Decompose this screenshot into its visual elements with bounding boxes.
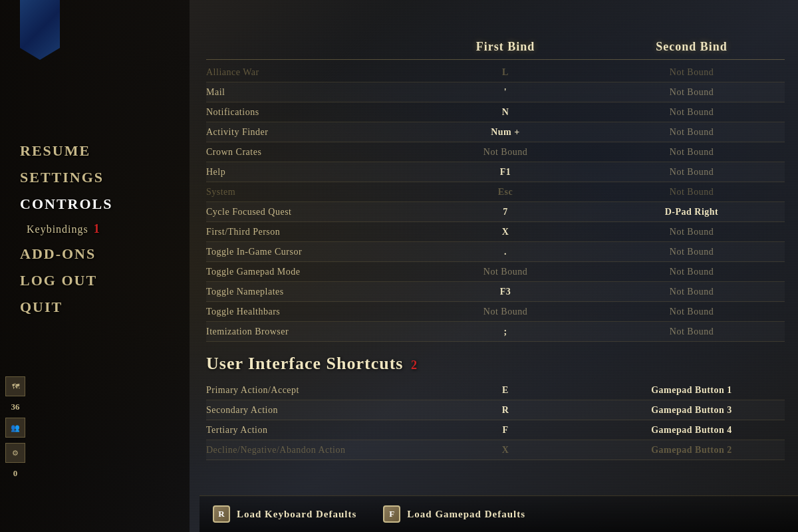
action-name: Activity Finder xyxy=(206,124,412,140)
group-icon[interactable]: 👥 xyxy=(5,418,25,438)
first-bind-value[interactable]: Esc xyxy=(412,187,598,198)
bottom-bar: R Load Keyboard Defaults F Load Gamepad … xyxy=(200,495,798,532)
nav-menu: RESUME SETTINGS CONTROLS Keybindings 1 A… xyxy=(20,140,112,319)
action-name: System xyxy=(206,184,412,200)
sidebar-item-resume[interactable]: RESUME xyxy=(20,140,112,162)
load-keyboard-defaults-button[interactable]: R Load Keyboard Defaults xyxy=(213,505,356,523)
first-bind-value[interactable]: R xyxy=(412,405,598,416)
misc-icon[interactable]: ⚙ xyxy=(5,443,25,463)
second-bind-value[interactable]: Gamepad Button 4 xyxy=(598,425,785,436)
keybind-row[interactable]: Help F1 Not Bound xyxy=(206,162,785,182)
second-bind-value[interactable]: Not Bound xyxy=(598,147,785,158)
second-bind-value[interactable]: Gamepad Button 3 xyxy=(598,405,785,416)
keybind-row[interactable]: System Esc Not Bound xyxy=(206,182,785,202)
action-name: Toggle In-Game Cursor xyxy=(206,244,412,260)
first-bind-value[interactable]: Not Bound xyxy=(412,147,598,158)
keybind-row[interactable]: Crown Crates Not Bound Not Bound xyxy=(206,142,785,162)
map-icon[interactable]: 🗺 xyxy=(5,376,25,396)
keybind-row[interactable]: Toggle Healthbars Not Bound Not Bound xyxy=(206,302,785,322)
action-name: First/Third Person xyxy=(206,224,412,240)
second-bind-value[interactable]: Not Bound xyxy=(598,227,785,237)
second-bind-value[interactable]: Not Bound xyxy=(598,307,785,317)
action-name: Tertiary Action xyxy=(206,422,412,438)
second-bind-value[interactable]: Not Bound xyxy=(598,67,785,78)
keybind-row[interactable]: Toggle Nameplates F3 Not Bound xyxy=(206,282,785,302)
second-bind-value[interactable]: Not Bound xyxy=(598,187,785,198)
sidebar-item-controls[interactable]: CONTROLS xyxy=(20,193,112,215)
sidebar-item-settings[interactable]: SETTINGS xyxy=(20,166,112,189)
first-bind-value[interactable]: ; xyxy=(412,327,598,337)
level-label: 36 xyxy=(11,402,20,412)
action-name: Primary Action/Accept xyxy=(206,382,412,398)
badge-1: 1 xyxy=(94,222,100,236)
sidebar-item-keybindings[interactable]: Keybindings 1 xyxy=(27,219,112,239)
second-bind-value[interactable]: Not Bound xyxy=(598,247,785,257)
keybind-row[interactable]: Cycle Focused Quest 7 D-Pad Right xyxy=(206,202,785,222)
keybind-row[interactable]: Mail ' Not Bound xyxy=(206,82,785,102)
r-key-badge: R xyxy=(213,505,230,523)
keybind-row[interactable]: First/Third Person X Not Bound xyxy=(206,222,785,242)
second-bind-value[interactable]: Not Bound xyxy=(598,267,785,277)
first-bind-value[interactable]: N xyxy=(412,107,598,118)
second-bind-value[interactable]: D-Pad Right xyxy=(598,207,785,217)
keybind-row[interactable]: Toggle Gamepad Mode Not Bound Not Bound xyxy=(206,262,785,282)
action-name: Cycle Focused Quest xyxy=(206,204,412,220)
second-bind-value[interactable]: Not Bound xyxy=(598,327,785,337)
ui-shortcut-row[interactable]: Tertiary Action F Gamepad Button 4 xyxy=(206,420,785,440)
keybind-row[interactable]: Activity Finder Num + Not Bound xyxy=(206,122,785,142)
first-bind-value[interactable]: L xyxy=(412,67,598,78)
second-bind-header: Second Bind xyxy=(598,40,785,54)
ui-shortcuts-header: User Interface Shortcuts 2 xyxy=(206,354,785,374)
flag-banner xyxy=(20,0,60,60)
column-headers: First Bind Second Bind xyxy=(206,40,785,60)
first-bind-value[interactable]: ' xyxy=(412,87,598,98)
first-bind-value[interactable]: E xyxy=(412,385,598,396)
first-bind-value[interactable]: . xyxy=(412,247,598,257)
keybind-table: Alliance War L Not Bound Mail ' Not Boun… xyxy=(206,63,785,342)
first-bind-value[interactable]: Not Bound xyxy=(412,267,598,277)
ui-shortcuts-table: Primary Action/Accept E Gamepad Button 1… xyxy=(206,380,785,460)
action-name: Toggle Healthbars xyxy=(206,304,412,320)
first-bind-value[interactable]: X xyxy=(412,227,598,237)
first-bind-value[interactable]: F3 xyxy=(412,287,598,297)
f-key-badge: F xyxy=(383,505,400,523)
first-bind-value[interactable]: F1 xyxy=(412,167,598,178)
action-name: Toggle Nameplates xyxy=(206,284,412,300)
ui-shortcut-row[interactable]: Secondary Action R Gamepad Button 3 xyxy=(206,400,785,420)
first-bind-value[interactable]: X xyxy=(412,445,598,456)
misc-label: 0 xyxy=(13,468,18,479)
main-content: First Bind Second Bind Alliance War L No… xyxy=(200,40,798,532)
second-bind-value[interactable]: Not Bound xyxy=(598,107,785,118)
first-bind-value[interactable]: Not Bound xyxy=(412,307,598,317)
sidebar-item-addons[interactable]: ADD-ONS xyxy=(20,243,112,265)
keybind-scroll-area[interactable]: Alliance War L Not Bound Mail ' Not Boun… xyxy=(206,63,785,475)
first-bind-value[interactable]: 7 xyxy=(412,207,598,217)
action-name: Help xyxy=(206,164,412,180)
badge-2: 2 xyxy=(411,358,418,372)
action-name: Itemization Browser xyxy=(206,324,412,340)
first-bind-value[interactable]: F xyxy=(412,425,598,436)
action-name: Decline/Negative/Abandon Action xyxy=(206,442,412,458)
load-gamepad-defaults-button[interactable]: F Load Gamepad Defaults xyxy=(383,505,525,523)
sidebar-item-logout[interactable]: LOG OUT xyxy=(20,269,112,292)
first-bind-value[interactable]: Num + xyxy=(412,127,598,138)
ui-shortcut-row[interactable]: Decline/Negative/Abandon Action X Gamepa… xyxy=(206,440,785,460)
second-bind-value[interactable]: Not Bound xyxy=(598,287,785,297)
keybind-row[interactable]: Itemization Browser ; Not Bound xyxy=(206,322,785,342)
second-bind-value[interactable]: Not Bound xyxy=(598,127,785,138)
action-name: Alliance War xyxy=(206,65,412,80)
keybind-row[interactable]: Toggle In-Game Cursor . Not Bound xyxy=(206,242,785,262)
second-bind-value[interactable]: Not Bound xyxy=(598,87,785,98)
action-name: Toggle Gamepad Mode xyxy=(206,264,412,280)
ui-shortcut-row[interactable]: Primary Action/Accept E Gamepad Button 1 xyxy=(206,380,785,400)
second-bind-value[interactable]: Not Bound xyxy=(598,167,785,178)
sidebar-item-quit[interactable]: QUIT xyxy=(20,296,112,319)
keybind-row[interactable]: Alliance War L Not Bound xyxy=(206,63,785,82)
keybind-row[interactable]: Notifications N Not Bound xyxy=(206,102,785,122)
load-gamepad-label: Load Gamepad Defaults xyxy=(407,509,525,520)
load-keyboard-label: Load Keyboard Defaults xyxy=(237,509,356,520)
second-bind-value[interactable]: Gamepad Button 2 xyxy=(598,445,785,456)
action-name: Notifications xyxy=(206,104,412,120)
second-bind-value[interactable]: Gamepad Button 1 xyxy=(598,385,785,396)
bottom-icons: 🗺 36 👥 ⚙ 0 xyxy=(5,376,25,479)
